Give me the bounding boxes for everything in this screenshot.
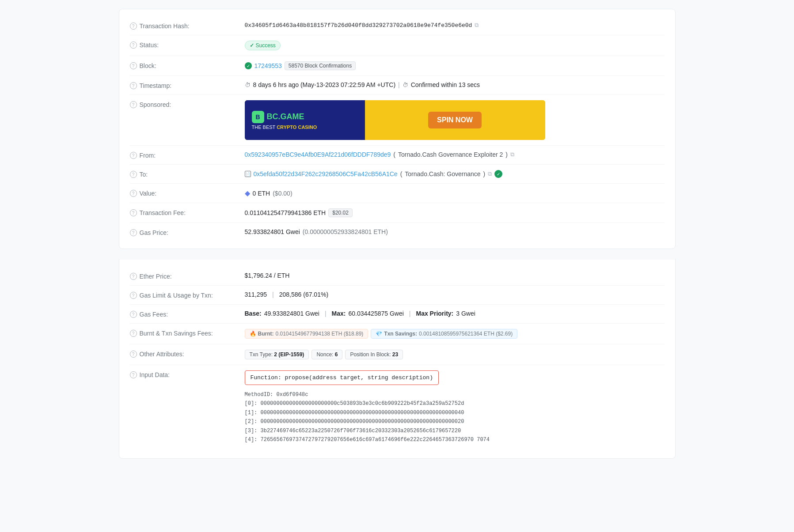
- gas-fees-help-icon[interactable]: ?: [130, 311, 137, 318]
- block-label: ? Block:: [130, 61, 245, 69]
- to-address-link[interactable]: 0x5efda50f22d34F262c29268506C5Fa42cB56A1…: [254, 170, 398, 177]
- gas-fees-row: ? Gas Fees: Base: 49.933824801 Gwei | Ma…: [130, 305, 665, 324]
- gas-price-value: 52.933824801 Gwei (0.000000052933824801 …: [245, 228, 665, 235]
- input-data-code: MethodID: 0xd6f0948c [0]: 00000000000000…: [245, 389, 625, 446]
- gas-limit-help-icon[interactable]: ?: [130, 292, 137, 299]
- eth-diamond-icon: ◆: [245, 189, 250, 197]
- fee-help-icon[interactable]: ?: [130, 209, 137, 216]
- other-attr-help-icon[interactable]: ?: [130, 351, 137, 358]
- input-data-label: ? Input Data:: [130, 370, 245, 378]
- data-line-3: [3]: 3b227469746c65223a2250726f706f73616…: [245, 426, 625, 435]
- ad-logo-icon: B: [252, 111, 264, 123]
- sponsored-help-icon[interactable]: ?: [130, 101, 137, 108]
- fee-label: ? Transaction Fee:: [130, 208, 245, 216]
- ad-name: BC.GAME: [267, 112, 304, 121]
- sponsored-row: ? Sponsored: B BC.GAME THE BEST CRYPTO C…: [130, 95, 665, 146]
- transaction-details: ? Transaction Hash: 0x34605f1d6463a48b81…: [119, 9, 675, 249]
- input-data-row: ? Input Data: Function: propose(address …: [130, 365, 665, 451]
- value-row: ? Value: ◆ 0 ETH ($0.00): [130, 184, 665, 203]
- data-line-1: [1]: 00000000000000000000000000000000000…: [245, 408, 625, 417]
- position-badge: Position In Block: 23: [345, 350, 403, 359]
- main-container: ? Transaction Hash: 0x34605f1d6463a48b81…: [110, 0, 684, 475]
- block-check-icon: ✓: [245, 62, 252, 69]
- hash-value: 0x34605f1d6463a48b818157f7b26d040f8dd329…: [245, 22, 665, 29]
- value-help-icon[interactable]: ?: [130, 190, 137, 197]
- clock-icon: ⏱: [245, 82, 251, 88]
- from-help-icon[interactable]: ?: [130, 152, 137, 159]
- gas-price-row: ? Gas Price: 52.933824801 Gwei (0.000000…: [130, 223, 665, 241]
- from-row: ? From: 0x592340957eBC9e4Afb0E9Af221d06f…: [130, 146, 665, 165]
- transaction-card: ? Transaction Hash: 0x34605f1d6463a48b81…: [119, 9, 676, 249]
- sponsored-value: B BC.GAME THE BEST CRYPTO CASINO SPIN NO…: [245, 100, 665, 140]
- value-label: ? Value:: [130, 189, 245, 197]
- block-row: ? Block: ✓ 17249553 58570 Block Confirma…: [130, 56, 665, 76]
- ad-banner[interactable]: B BC.GAME THE BEST CRYPTO CASINO SPIN NO…: [245, 100, 545, 140]
- block-number-link[interactable]: 17249553: [255, 62, 282, 69]
- timestamp-value: ⏱ 8 days 6 hrs ago (May-13-2023 07:22:59…: [245, 81, 665, 88]
- ad-right: SPIN NOW: [365, 100, 545, 140]
- data-line-4: [4]: 7265656769737472797279207656e616c69…: [245, 435, 625, 444]
- confirm-clock-icon: ⏱: [403, 82, 408, 88]
- status-value: Success: [245, 41, 665, 50]
- block-confirmations-badge: 58570 Block Confirmations: [285, 61, 356, 70]
- gas-limit-row: ? Gas Limit & Usage by Txn: 311,295 | 20…: [130, 286, 665, 305]
- status-help-icon[interactable]: ?: [130, 42, 137, 49]
- input-data-box: Function: propose(address target, string…: [245, 370, 625, 446]
- from-value: 0x592340957eBC9e4Afb0E9Af221d06fDDDF789d…: [245, 151, 665, 158]
- spin-now-button[interactable]: SPIN NOW: [428, 112, 482, 128]
- from-copy-icon[interactable]: ⧉: [510, 151, 514, 158]
- status-badge: Success: [245, 41, 281, 50]
- gas-price-label: ? Gas Price:: [130, 228, 245, 236]
- hash-row: ? Transaction Hash: 0x34605f1d6463a48b81…: [130, 16, 665, 35]
- block-help-icon[interactable]: ?: [130, 62, 137, 69]
- to-help-icon[interactable]: ?: [130, 171, 137, 178]
- method-id-line: MethodID: 0xd6f0948c: [245, 390, 625, 399]
- nonce-badge: Nonce: 6: [312, 350, 342, 359]
- contract-icon: 📄: [245, 171, 251, 177]
- gas-price-help-icon[interactable]: ?: [130, 229, 137, 236]
- burnt-savings-row: ? Burnt & Txn Savings Fees: 🔥 Burnt: 0.0…: [130, 324, 665, 344]
- fee-value: 0.011041254779941386 ETH $20.02: [245, 208, 665, 217]
- block-value: ✓ 17249553 58570 Block Confirmations: [245, 61, 665, 70]
- from-label: ? From:: [130, 151, 245, 159]
- to-copy-icon[interactable]: ⧉: [488, 170, 492, 177]
- burnt-help-icon[interactable]: ?: [130, 330, 137, 337]
- burnt-savings-value: 🔥 Burnt: 0.01041549677994138 ETH ($18.89…: [245, 329, 665, 339]
- burnt-badge: 🔥 Burnt: 0.01041549677994138 ETH ($18.89…: [245, 329, 369, 339]
- status-row: ? Status: Success: [130, 35, 665, 56]
- verified-icon: ✓: [494, 170, 502, 178]
- input-data-value: Function: propose(address target, string…: [245, 370, 665, 446]
- gas-limit-value: 311,295 | 208,586 (67.01%): [245, 291, 665, 298]
- ad-logo: B BC.GAME: [252, 111, 304, 123]
- timestamp-row: ? Timestamp: ⏱ 8 days 6 hrs ago (May-13-…: [130, 76, 665, 95]
- ether-price-label: ? Ether Price:: [130, 272, 245, 280]
- timestamp-label: ? Timestamp:: [130, 81, 245, 89]
- input-data-help-icon[interactable]: ?: [130, 371, 137, 378]
- hash-copy-icon[interactable]: ⧉: [475, 22, 479, 29]
- ad-left: B BC.GAME THE BEST CRYPTO CASINO: [245, 100, 365, 140]
- hash-help-icon[interactable]: ?: [130, 23, 137, 30]
- other-attributes-row: ? Other Attributes: Txn Type: 2 (EIP-155…: [130, 344, 665, 365]
- savings-badge: 💎 Txn Savings: 0.00148108595975621364 ET…: [371, 329, 517, 339]
- ether-price-row: ? Ether Price: $1,796.24 / ETH: [130, 267, 665, 286]
- to-row: ? To: 📄 0x5efda50f22d34F262c29268506C5Fa…: [130, 165, 665, 184]
- txn-type-badge: Txn Type: 2 (EIP-1559): [245, 350, 309, 359]
- from-address-link[interactable]: 0x592340957eBC9e4Afb0E9Af221d06fDDDF789d…: [245, 151, 391, 158]
- status-label: ? Status:: [130, 41, 245, 49]
- savings-icon: 💎: [376, 331, 382, 337]
- other-attributes-value: Txn Type: 2 (EIP-1559) Nonce: 6 Position…: [245, 350, 665, 359]
- ether-price-value: $1,796.24 / ETH: [245, 272, 665, 279]
- data-line-0: [0]: 000000000000000000000000c503893b3e3…: [245, 399, 625, 408]
- gas-fees-label: ? Gas Fees:: [130, 310, 245, 318]
- gas-limit-label: ? Gas Limit & Usage by Txn:: [130, 291, 245, 299]
- sponsored-label: ? Sponsored:: [130, 100, 245, 108]
- gas-fees-value: Base: 49.933824801 Gwei | Max: 60.034425…: [245, 310, 665, 317]
- timestamp-help-icon[interactable]: ?: [130, 82, 137, 89]
- hash-text: 0x34605f1d6463a48b818157f7b26d040f8dd329…: [245, 22, 472, 29]
- details-card-2: ? Ether Price: $1,796.24 / ETH ? Gas Lim…: [119, 256, 676, 459]
- value-value: ◆ 0 ETH ($0.00): [245, 189, 665, 197]
- data-line-2: [2]: 00000000000000000000000000000000000…: [245, 417, 625, 426]
- ether-price-help-icon[interactable]: ?: [130, 273, 137, 280]
- fire-icon: 🔥: [250, 331, 256, 337]
- fee-usd-badge: $20.02: [328, 208, 353, 217]
